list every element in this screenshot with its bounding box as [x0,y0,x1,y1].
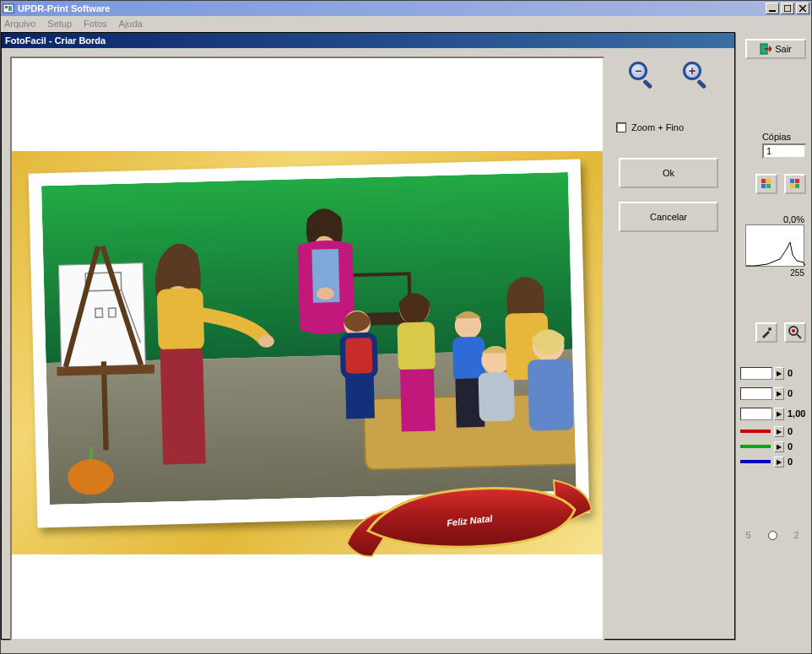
create-border-dialog: FotoFacil - Criar Borda [1,32,735,640]
svg-rect-10 [761,184,766,188]
slider-b-value: 0 [784,457,806,467]
slider-b[interactable] [740,457,772,468]
zoom-fino-label: Zoom + Fino [631,122,684,132]
zoom-out-icon: − [629,62,647,80]
slider-1-inc[interactable]: ▶ [774,367,784,380]
slider-g[interactable] [740,441,772,452]
zoom-buttons: − + [614,60,723,89]
slider-r-inc[interactable]: ▶ [774,426,784,437]
svg-line-19 [797,334,801,338]
main-titlebar: UPDR-Print Software [1,1,811,16]
slider-stack: ▶ 0 ▶ 0 ▶ 1,00 ▶ 0 ▶ 0 [740,363,806,469]
palette-buttons [745,174,806,197]
histogram [745,224,804,267]
minimize-button[interactable] [766,3,779,14]
dialog-body: Feliz Natal − + Zoom + Fino [2,48,734,639]
svg-rect-12 [790,179,794,183]
svg-rect-31 [160,349,206,465]
slider-3-value: 1,00 [784,408,806,419]
svg-rect-11 [766,184,771,188]
zoom-out-button[interactable]: − [627,60,656,89]
svg-rect-15 [795,184,799,188]
zoom-in-button[interactable]: + [681,60,710,89]
app-title: UPDR-Print Software [18,3,110,14]
svg-rect-3 [769,10,776,12]
menu-bar: Arquivo Setup Fotos Ajuda [1,16,811,31]
menu-fotos[interactable]: Fotos [84,19,107,29]
svg-rect-13 [795,179,799,183]
photo-image [41,172,577,505]
radio-a-label: 5 [745,530,750,540]
percent-label: 0,0% [783,214,804,224]
slider-g-value: 0 [784,441,806,451]
zoom-in-icon: + [683,62,701,80]
dialog-title: FotoFacil - Criar Borda [5,35,106,46]
app-icon [3,3,14,14]
radio-b-label: 2 [793,530,798,540]
slider-row-1: ▶ 0 [740,363,806,383]
ok-button[interactable]: Ok [619,158,718,188]
palette-icon [789,178,801,190]
svg-point-18 [792,329,795,332]
menu-ajuda[interactable]: Ajuda [119,19,143,29]
svg-rect-1 [5,6,8,8]
slider-r-value: 0 [784,426,806,436]
slider-g-inc[interactable]: ▶ [774,441,784,452]
menu-arquivo[interactable]: Arquivo [4,19,35,29]
zoom-fino-checkbox[interactable]: Zoom + Fino [614,122,723,132]
redeye-zoom-icon [788,325,803,340]
slider-2-value: 0 [784,388,806,398]
card-preview: Feliz Natal [12,151,603,554]
slider-b-inc[interactable]: ▶ [774,457,784,468]
svg-rect-37 [343,335,376,376]
slider-row-g: ▶ 0 [740,439,806,454]
slider-1-value: 0 [784,368,806,378]
svg-point-16 [768,327,771,331]
maximize-button[interactable] [781,3,794,14]
close-button[interactable] [796,3,809,14]
svg-rect-42 [400,369,436,432]
svg-rect-14 [790,184,794,188]
dialog-controls: − + Zoom + Fino Ok Cancelar [614,57,723,246]
svg-rect-4 [784,5,791,12]
slider-row-b: ▶ 0 [740,454,806,469]
slider-row-2: ▶ 0 [740,383,806,403]
preview-area[interactable]: Feliz Natal [10,57,604,640]
slider-2-inc[interactable]: ▶ [774,387,784,400]
redeye-zoom-button[interactable] [784,322,806,343]
eyedropper-icon [760,326,773,339]
slider-row-r: ▶ 0 [740,424,806,439]
checkbox-icon [616,122,626,132]
exit-button[interactable]: Sair [745,39,806,59]
svg-rect-8 [761,179,766,183]
slider-row-3: ▶ 1,00 [740,403,806,424]
svg-rect-47 [478,372,514,422]
radio-b[interactable] [768,531,777,540]
main-window: UPDR-Print Software Arquivo Setup Fotos … [0,0,812,654]
slider-3-inc[interactable]: ▶ [774,408,784,420]
svg-rect-41 [397,322,436,371]
side-panel: Sair Cópias 0,0% 255 [734,32,811,653]
svg-rect-2 [8,6,12,11]
palette-icon [761,178,772,190]
svg-rect-39 [345,374,375,419]
radio-group: 5 2 [739,527,808,543]
slider-3[interactable] [740,408,772,420]
histogram-max: 255 [790,268,804,278]
menu-setup[interactable]: Setup [47,19,72,29]
eyedropper-button[interactable] [755,322,777,343]
slider-1[interactable] [740,367,772,380]
slider-2[interactable] [740,387,772,400]
cancel-button[interactable]: Cancelar [619,202,718,232]
palette-button-1[interactable] [755,174,777,194]
svg-rect-9 [766,179,771,183]
door-exit-icon [760,43,771,55]
adjust-tools [745,322,806,346]
svg-rect-51 [528,359,574,430]
palette-button-2[interactable] [784,174,806,194]
slider-r[interactable] [740,426,772,437]
exit-label: Sair [775,44,792,54]
copias-input[interactable] [762,143,806,159]
ribbon: Feliz Natal [343,463,596,573]
copias-label: Cópias [747,132,806,142]
